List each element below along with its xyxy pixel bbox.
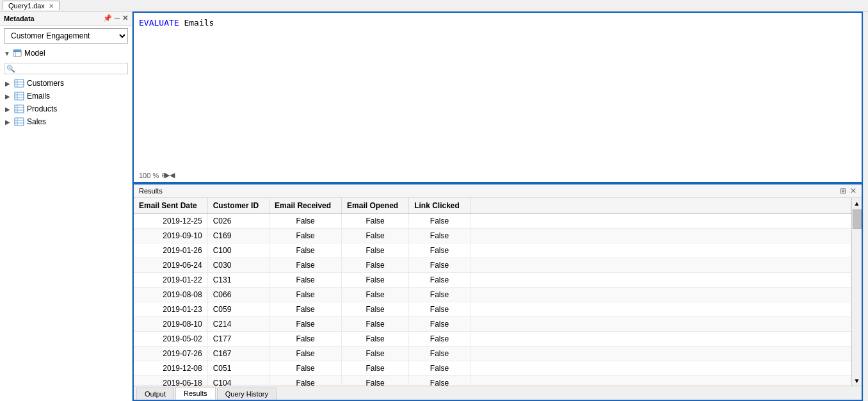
sidebar-header-icons: 📌 ─ ✕: [103, 14, 128, 22]
cell-cid: C100: [207, 243, 269, 258]
minimize-icon[interactable]: ─: [115, 14, 120, 22]
connection-selector[interactable]: Customer Engagement: [4, 28, 128, 44]
tree-items: ▶ Customers ▶: [0, 77, 132, 401]
products-expand-arrow[interactable]: ▶: [5, 106, 13, 113]
cell-date: 2019-01-22: [134, 273, 207, 288]
cell-date: 2019-01-23: [134, 302, 207, 317]
cell-opened: False: [342, 302, 409, 317]
evaluate-keyword: EVALUATE: [139, 18, 179, 28]
cell-spacer: [470, 317, 851, 332]
products-label: Products: [27, 104, 57, 113]
scroll-down-button[interactable]: ▼: [852, 375, 862, 386]
results-close-icon[interactable]: ✕: [850, 186, 856, 195]
cell-opened: False: [342, 317, 409, 332]
cell-spacer: [470, 302, 851, 317]
cell-received: False: [269, 361, 342, 376]
sidebar-item-customers[interactable]: ▶ Customers: [0, 77, 132, 90]
col-email-opened[interactable]: Email Opened: [342, 198, 409, 214]
svg-rect-15: [15, 118, 24, 126]
scroll-right-icon[interactable]: ▶: [165, 171, 170, 179]
cell-cid: C026: [207, 214, 269, 229]
cell-clicked: False: [409, 258, 470, 273]
results-panel: Results ⊞ ✕ Email Sent Date Customer ID …: [133, 183, 863, 401]
col-customer-id[interactable]: Customer ID: [207, 198, 269, 214]
cell-date: 2019-05-02: [134, 332, 207, 347]
cell-cid: C104: [207, 376, 269, 386]
cell-clicked: False: [409, 229, 470, 243]
emails-expand-arrow[interactable]: ▶: [5, 93, 13, 100]
results-table-wrap[interactable]: Email Sent Date Customer ID Email Receiv…: [134, 198, 851, 386]
scrollbar-thumb[interactable]: [853, 209, 862, 229]
cell-date: 2019-08-08: [134, 288, 207, 302]
model-row: ▼ Model: [0, 46, 132, 60]
sales-expand-arrow[interactable]: ▶: [5, 119, 13, 126]
sidebar-item-sales[interactable]: ▶ Sales: [0, 115, 132, 128]
cell-spacer: [470, 332, 851, 347]
cell-spacer: [470, 258, 851, 273]
col-email-sent-date[interactable]: Email Sent Date: [134, 198, 207, 214]
table-row: 2019-09-10 C169 False False False: [134, 229, 851, 243]
query-tab[interactable]: Query1.dax ✕: [3, 1, 60, 10]
svg-rect-11: [15, 105, 24, 113]
model-label: Model: [24, 49, 45, 58]
col-link-clicked[interactable]: Link Clicked: [409, 198, 470, 214]
editor-area[interactable]: EVALUATE Emails 100 % ⊕ ◀ ▶: [133, 12, 863, 183]
search-input[interactable]: [4, 63, 128, 74]
connection-dropdown[interactable]: Customer Engagement: [4, 28, 128, 44]
cell-opened: False: [342, 347, 409, 361]
close-tab-icon[interactable]: ✕: [49, 3, 54, 10]
cell-spacer: [470, 347, 851, 361]
vertical-scrollbar[interactable]: ▲ ▼: [851, 198, 862, 386]
cell-clicked: False: [409, 214, 470, 229]
results-pin-icon[interactable]: ⊞: [840, 186, 846, 195]
pin-icon[interactable]: 📌: [103, 14, 112, 22]
close-sidebar-icon[interactable]: ✕: [122, 14, 128, 22]
cell-received: False: [269, 347, 342, 361]
table-row: 2019-12-08 C051 False False False: [134, 361, 851, 376]
model-icon: [13, 49, 22, 58]
cell-opened: False: [342, 229, 409, 243]
svg-rect-3: [15, 79, 24, 87]
svg-rect-7: [15, 92, 24, 100]
cell-received: False: [269, 302, 342, 317]
sidebar-item-emails[interactable]: ▶ Emails: [0, 90, 132, 102]
editor-code[interactable]: EVALUATE Emails: [139, 18, 856, 28]
cell-cid: C167: [207, 347, 269, 361]
model-expand-arrow[interactable]: ▼: [4, 50, 10, 57]
scroll-left-icon[interactable]: ◀: [170, 171, 175, 179]
tab-query-history[interactable]: Query History: [217, 388, 277, 400]
table-row: 2019-07-26 C167 False False False: [134, 347, 851, 361]
cell-spacer: [470, 214, 851, 229]
cell-clicked: False: [409, 361, 470, 376]
tab-output[interactable]: Output: [136, 388, 174, 400]
cell-opened: False: [342, 214, 409, 229]
cell-spacer: [470, 273, 851, 288]
col-email-received[interactable]: Email Received: [269, 198, 342, 214]
cell-received: False: [269, 332, 342, 347]
cell-clicked: False: [409, 288, 470, 302]
sidebar: Metadata 📌 ─ ✕ Customer Engagement ▼ Mod…: [0, 12, 133, 401]
cell-received: False: [269, 229, 342, 243]
customers-expand-arrow[interactable]: ▶: [5, 80, 13, 87]
cell-clicked: False: [409, 243, 470, 258]
cell-opened: False: [342, 361, 409, 376]
table-row: 2019-08-10 C214 False False False: [134, 317, 851, 332]
table-row: 2019-01-23 C059 False False False: [134, 302, 851, 317]
sidebar-item-products[interactable]: ▶ Products: [0, 102, 132, 115]
scroll-up-button[interactable]: ▲: [852, 198, 862, 208]
results-table: Email Sent Date Customer ID Email Receiv…: [134, 198, 851, 386]
cell-cid: C030: [207, 258, 269, 273]
main-layout: Metadata 📌 ─ ✕ Customer Engagement ▼ Mod…: [0, 12, 868, 401]
col-spacer: [470, 198, 851, 214]
cell-cid: C214: [207, 317, 269, 332]
cell-date: 2019-06-24: [134, 258, 207, 273]
zoom-bar: 100 % ⊕ ◀ ▶: [139, 171, 175, 179]
search-box: 🔍: [4, 63, 128, 74]
table-row: 2019-12-25 C026 False False False: [134, 214, 851, 229]
query-tab-label: Query1.dax: [8, 2, 45, 10]
tab-results[interactable]: Results: [175, 387, 216, 400]
cell-opened: False: [342, 376, 409, 386]
cell-received: False: [269, 214, 342, 229]
cell-clicked: False: [409, 302, 470, 317]
table-row: 2019-06-18 C104 False False False: [134, 376, 851, 386]
